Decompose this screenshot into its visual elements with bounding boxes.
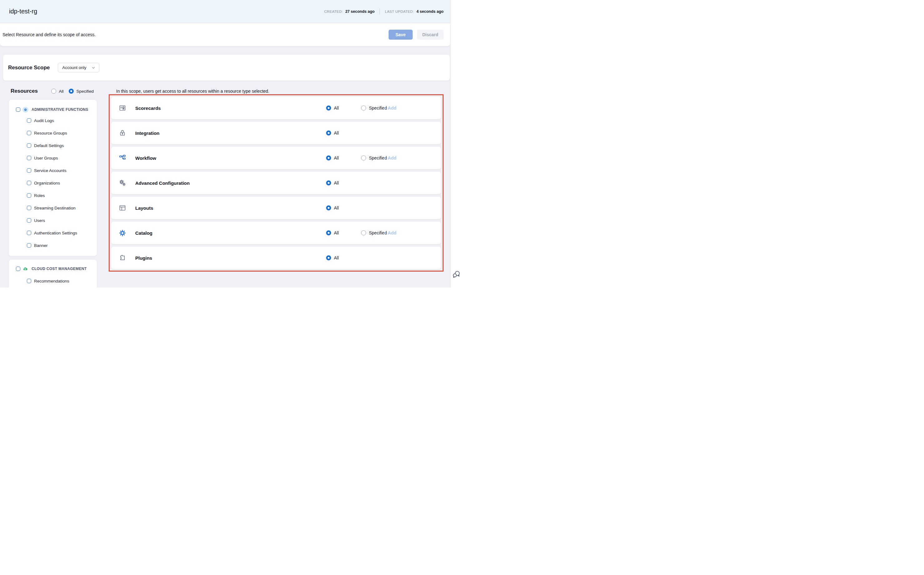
discard-button[interactable]: Discard [417,30,444,40]
row-label: Integration [135,130,159,136]
item-checkbox[interactable] [27,231,31,235]
scorecards-specified-radio[interactable]: Specified [361,105,387,111]
radio-selected-icon[interactable] [326,156,331,160]
integration-all-radio[interactable]: All [326,130,339,135]
row-layouts: Layouts All [111,197,441,219]
row-advanced-configuration: Advanced Configuration All [111,172,441,194]
chat-bubbles-icon[interactable] [452,270,461,280]
group-administrative-functions[interactable]: ADMINISTRATIVE FUNCTIONS [9,105,97,114]
group-cloud-cost-management[interactable]: $ CLOUD COST MANAGEMENT [9,264,97,273]
item-checkbox[interactable] [27,156,31,160]
plugins-all-radio[interactable]: All [326,255,339,260]
svg-text:$: $ [24,268,25,270]
radio-unselected-icon[interactable] [361,156,366,160]
radio-selected-icon[interactable] [326,255,331,260]
right-gutter [450,0,462,288]
radio-unselected-icon[interactable] [361,105,366,111]
item-checkbox[interactable] [27,118,31,123]
scope-description: In this scope, users get access to all r… [109,89,450,94]
item-checkbox[interactable] [27,243,31,248]
highlighted-region: Scorecards All Specified + Add [109,94,444,272]
admin-functions-card: ADMINISTRATIVE FUNCTIONS Audit Logs Reso… [9,100,97,256]
sidebar-item-user-groups[interactable]: User Groups [9,152,97,164]
layouts-all-radio[interactable]: All [326,205,339,210]
sidebar-item-roles[interactable]: Roles [9,189,97,202]
item-checkbox[interactable] [27,143,31,148]
row-label: Layouts [135,205,153,211]
sidebar-item-authentication-settings[interactable]: Authentication Settings [9,227,97,239]
sidebar-item-organizations[interactable]: Organizations [9,177,97,189]
item-checkbox[interactable] [27,279,31,283]
sidebar-item-banner[interactable]: Banner [9,239,97,252]
catalog-add-link[interactable]: + Add [384,230,397,235]
row-label: Catalog [135,230,153,236]
radio-selected-icon[interactable] [69,89,74,94]
advanced-configuration-all-radio[interactable]: All [326,180,339,186]
meta-info: CREATED: 27 seconds ago LAST UPDATED: 4 … [324,8,444,15]
row-catalog: Catalog All Specified + Add [111,222,441,244]
sidebar-item-streaming-destination[interactable]: Streaming Destination [9,202,97,214]
row-integration: Integration All [111,122,441,144]
row-label: Plugins [135,255,152,260]
radio-unselected-icon[interactable] [361,230,366,235]
page-title: idp-test-rg [9,8,37,15]
item-checkbox[interactable] [27,168,31,173]
item-label: Banner [34,243,48,248]
row-workflow: Workflow All Specified + Add [111,147,441,169]
admin-functions-checkbox[interactable] [16,107,20,112]
resources-specified-radio[interactable]: Specified [69,89,94,94]
cloud-cost-checkbox[interactable] [16,267,20,271]
catalog-all-radio[interactable]: All [326,230,339,235]
workflow-all-radio[interactable]: All [326,156,339,160]
item-checkbox[interactable] [27,131,31,135]
admin-gear-icon [22,107,29,113]
radio-unselected-icon[interactable] [51,89,56,94]
resource-scope-dropdown[interactable]: Account only [58,63,99,72]
created-label: CREATED: [324,10,343,13]
item-label: Roles [34,193,45,198]
item-label: Recommendations [34,279,69,283]
resources-sidebar: ADMINISTRATIVE FUNCTIONS Audit Logs Reso… [9,94,97,288]
radio-selected-icon[interactable] [326,205,331,210]
radio-selected-icon[interactable] [326,180,331,186]
item-label: Users [34,218,45,223]
item-checkbox[interactable] [27,193,31,198]
toolbar-description: Select Resource and define its scope of … [3,32,96,37]
item-label: Default Settings [34,143,64,148]
item-checkbox[interactable] [27,181,31,185]
item-checkbox[interactable] [27,206,31,210]
workflow-add-link[interactable]: + Add [384,156,397,160]
resources-all-label: All [59,89,64,94]
sidebar-item-service-accounts[interactable]: Service Accounts [9,164,97,177]
item-label: Streaming Destination [34,206,76,210]
item-checkbox[interactable] [27,218,31,222]
radio-selected-icon[interactable] [326,230,331,235]
all-label: All [334,156,339,160]
plugin-icon [119,254,126,262]
resources-specified-label: Specified [76,89,94,94]
scorecards-add-link[interactable]: + Add [384,105,397,111]
radio-selected-icon[interactable] [326,105,331,111]
workflow-specified-radio[interactable]: Specified [361,156,387,160]
sidebar-item-audit-logs[interactable]: Audit Logs [9,114,97,127]
workflow-icon [119,154,126,162]
item-label: Resource Groups [34,131,67,135]
layout-icon [119,204,126,212]
radio-selected-icon[interactable] [326,130,331,135]
sidebar-item-recommendations[interactable]: Recommendations [9,275,97,287]
resources-all-radio[interactable]: All [51,89,64,94]
sidebar-item-users[interactable]: Users [9,214,97,227]
all-label: All [334,130,339,135]
last-updated-label: LAST UPDATED: [385,10,414,13]
group-label: CLOUD COST MANAGEMENT [30,267,86,271]
row-plugins: Plugins All [111,246,441,269]
scorecards-all-radio[interactable]: All [326,105,339,111]
item-label: Audit Logs [34,118,54,123]
meta-divider [379,8,380,15]
sidebar-item-resource-groups[interactable]: Resource Groups [9,127,97,139]
all-label: All [334,255,339,260]
item-label: User Groups [34,156,58,160]
catalog-specified-radio[interactable]: Specified [361,230,387,235]
sidebar-item-default-settings[interactable]: Default Settings [9,139,97,152]
save-button[interactable]: Save [389,30,413,40]
